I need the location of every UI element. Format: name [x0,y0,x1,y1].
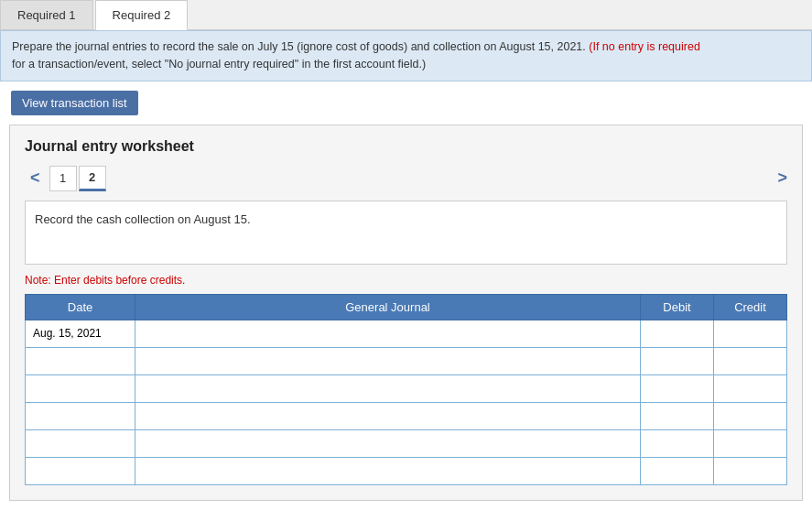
cell-credit-3 [714,374,787,402]
table-row [26,429,787,457]
col-header-date: Date [26,294,135,320]
description-box: Record the cash collection on August 15. [25,201,787,265]
nav-prev-button[interactable]: < [25,168,46,188]
nav-page-2[interactable]: 2 [79,166,106,191]
nav-page-1[interactable]: 1 [49,166,77,191]
view-transaction-button[interactable]: View transaction list [11,91,138,115]
cell-debit-3 [641,374,714,402]
table-row [26,402,787,429]
tab-required2[interactable]: Required 2 [95,0,189,30]
cell-credit-1 [714,320,787,347]
input-credit-4[interactable] [720,407,781,424]
input-debit-4[interactable] [646,407,708,424]
input-credit-2[interactable] [720,353,781,369]
cell-credit-4 [714,402,787,429]
input-date-6[interactable] [31,462,129,479]
table-row [26,320,787,347]
info-text-3: for a transaction/event, select "No jour… [12,58,426,71]
table-row [26,374,787,402]
tabs-bar: Required 1 Required 2 [0,0,812,30]
cell-journal-2 [135,347,641,374]
input-journal-5[interactable] [141,435,634,451]
journal-table: Date General Journal Debit Credit [25,294,787,485]
tab-required1[interactable]: Required 1 [0,0,93,29]
table-row [26,457,787,484]
input-date-3[interactable] [31,380,129,396]
input-journal-4[interactable] [141,407,634,424]
worksheet-container: Journal entry worksheet < 1 2 > Record t… [9,125,803,501]
input-credit-6[interactable] [720,462,781,479]
input-debit-2[interactable] [646,353,708,369]
cell-date-3 [26,374,135,402]
nav-pages: 1 2 [49,166,108,191]
cell-debit-1 [641,320,714,347]
input-date-4[interactable] [31,407,129,424]
worksheet-title: Journal entry worksheet [25,138,787,155]
input-date-2[interactable] [31,353,129,369]
nav-row: < 1 2 > [25,166,787,191]
info-bar: Prepare the journal entries to record th… [0,30,812,81]
cell-date-5 [26,429,135,457]
input-credit-5[interactable] [720,435,781,451]
cell-journal-1 [135,320,641,347]
input-debit-3[interactable] [646,380,708,396]
input-journal-3[interactable] [141,380,634,396]
input-journal-6[interactable] [141,462,634,479]
input-credit-3[interactable] [720,380,781,396]
cell-debit-5 [641,429,714,457]
input-journal-1[interactable] [141,325,634,342]
cell-date-4 [26,402,135,429]
input-journal-2[interactable] [141,353,634,369]
cell-date-6 [26,457,135,484]
cell-credit-6 [714,457,787,484]
cell-journal-6 [135,457,641,484]
input-date-1[interactable] [31,325,129,342]
cell-journal-4 [135,402,641,429]
cell-debit-4 [641,402,714,429]
input-credit-1[interactable] [720,325,781,342]
cell-credit-2 [714,347,787,374]
cell-credit-5 [714,429,787,457]
cell-debit-2 [641,347,714,374]
input-debit-6[interactable] [646,462,708,479]
cell-debit-6 [641,457,714,484]
cell-date-2 [26,347,135,374]
cell-journal-5 [135,429,641,457]
info-text-2: (If no entry is required [589,40,700,53]
input-debit-1[interactable] [646,325,708,342]
input-debit-5[interactable] [646,435,708,451]
note-text: Note: Enter debits before credits. [25,274,787,287]
nav-next-button[interactable]: > [777,168,787,188]
description-text: Record the cash collection on August 15. [35,212,251,226]
col-header-debit: Debit [641,294,714,320]
col-header-journal: General Journal [135,294,641,320]
table-row [26,347,787,374]
cell-journal-3 [135,374,641,402]
cell-date-1 [26,320,135,347]
col-header-credit: Credit [714,294,787,320]
info-text-1: Prepare the journal entries to record th… [12,40,589,53]
input-date-5[interactable] [31,435,129,451]
